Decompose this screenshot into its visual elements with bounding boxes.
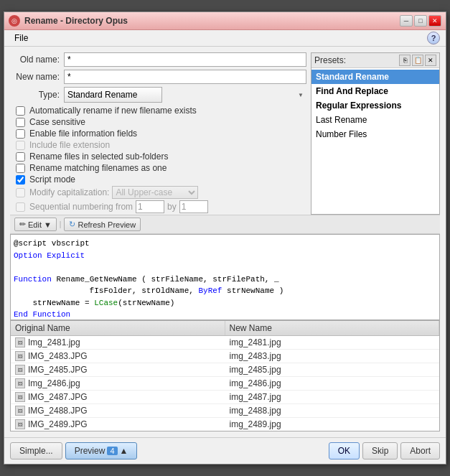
type-row: Type: Standard Rename Find And Replace R…: [10, 87, 306, 103]
maximize-button[interactable]: □: [414, 15, 427, 27]
code-line-5: fIsFolder, strOldName, ByRef strNewName …: [14, 285, 436, 297]
seq-num-checkbox[interactable]: [16, 202, 25, 212]
enable-fields-label: Enable file information fields: [29, 129, 137, 139]
new-name-input[interactable]: [64, 70, 306, 84]
refresh-label: Refresh Preview: [78, 220, 136, 229]
include-ext-label: Include file extension: [29, 140, 110, 150]
preview-badge: 4: [107, 447, 117, 455]
file-icon: 🖼: [15, 392, 25, 402]
seq-row: Sequential numbering from by: [10, 200, 306, 213]
rename-subfolders-checkbox[interactable]: [16, 152, 25, 162]
original-cell: 🖼IMG_2489.JPG: [11, 418, 225, 431]
presets-label: Presets:: [314, 55, 346, 65]
new-name-cell: img_2489.jpg: [225, 418, 440, 431]
modify-cap-label: Modify capitalization:: [29, 187, 109, 197]
new-name-header: New Name: [225, 321, 440, 335]
preset-paste-button[interactable]: 📋: [412, 55, 423, 66]
edit-label: Edit: [28, 220, 42, 229]
preview-button[interactable]: Preview 4 ▲: [65, 442, 138, 459]
table-row: 🖼IMG_2488.JPG img_2488.jpg: [11, 404, 439, 418]
bottom-left-buttons: Simple... Preview 4 ▲: [10, 442, 137, 459]
table-row: 🖼IMG_2483.JPG img_2483.jpg: [11, 350, 439, 363]
original-cell: 🖼Img_2486.jpg: [11, 377, 225, 390]
rename-matching-row: Rename matching filenames as one: [10, 163, 306, 173]
seq-start-input[interactable]: [136, 200, 164, 213]
preview-label: Preview: [75, 446, 106, 456]
include-ext-row: Include file extension: [10, 140, 306, 150]
case-sensitive-checkbox[interactable]: [16, 118, 25, 127]
new-name-cell: img_2486.jpg: [225, 377, 440, 390]
menu-bar: File ?: [4, 30, 446, 47]
minimize-button[interactable]: ─: [400, 15, 413, 27]
original-name-header: Original Name: [11, 321, 225, 335]
preview-arrow-icon: ▲: [120, 446, 128, 456]
table-row: 🖼Img_2481.jpg img_2481.jpg: [11, 336, 439, 350]
ok-button[interactable]: OK: [329, 442, 360, 459]
file-menu[interactable]: File: [10, 32, 32, 45]
enable-fields-checkbox[interactable]: [16, 129, 25, 139]
type-label: Type:: [10, 90, 64, 100]
type-select[interactable]: Standard Rename Find And Replace Regular…: [64, 87, 162, 103]
left-panel: Old name: New name: Type: Standard Renam…: [10, 52, 306, 215]
preset-copy-button[interactable]: ⎘: [399, 55, 411, 66]
new-name-cell: img_2485.jpg: [225, 363, 440, 376]
table-row: 🖼IMG_2489.JPG img_2489.jpg: [11, 418, 439, 431]
original-cell: 🖼Img_2481.jpg: [11, 336, 225, 349]
type-select-wrapper: Standard Rename Find And Replace Regular…: [64, 87, 306, 103]
code-editor[interactable]: @script vbscript Option Explicit Functio…: [10, 234, 440, 320]
simple-button[interactable]: Simple...: [10, 442, 62, 459]
file-icon: 🖼: [15, 419, 25, 429]
by-label: by: [167, 202, 177, 212]
script-mode-label: Script mode: [29, 174, 75, 185]
script-mode-checkbox[interactable]: [16, 175, 25, 185]
old-name-input[interactable]: [64, 52, 306, 67]
close-button[interactable]: ✕: [428, 15, 441, 27]
table-row: 🖼IMG_2485.JPG img_2485.jpg: [11, 363, 439, 377]
app-icon: ◎: [9, 15, 20, 27]
rename-matching-checkbox[interactable]: [16, 164, 25, 173]
edit-icon: ✏: [19, 220, 26, 229]
original-cell: 🖼IMG_2483.JPG: [11, 350, 225, 363]
original-cell: 🖼IMG_2488.JPG: [11, 404, 225, 417]
cap-row: Modify capitalization: All Upper-case Al…: [10, 186, 306, 199]
table-row: 🖼IMG_2487.JPG img_2487.jpg: [11, 391, 439, 404]
file-icon: 🖼: [15, 378, 25, 388]
presets-icon-buttons: ⎘ 📋 ✕: [399, 55, 436, 66]
preset-item-regex[interactable]: Regular Expressions: [311, 98, 439, 113]
preset-item-find-replace[interactable]: Find And Replace: [311, 84, 439, 98]
code-line-3: [14, 261, 436, 274]
file-icon: 🖼: [15, 351, 25, 361]
code-line-7: End Function: [14, 309, 436, 320]
new-name-cell: img_2483.jpg: [225, 350, 440, 363]
skip-button[interactable]: Skip: [362, 442, 398, 459]
bottom-bar: Simple... Preview 4 ▲ OK Skip Abort: [4, 437, 446, 464]
include-ext-checkbox[interactable]: [16, 141, 25, 150]
refresh-preview-button[interactable]: ↻ Refresh Preview: [64, 218, 141, 231]
rename-subfolders-row: Rename files in selected sub-folders: [10, 151, 306, 162]
window-controls: ─ □ ✕: [400, 15, 441, 27]
table-header: Original Name New Name: [11, 321, 439, 336]
new-name-cell: img_2487.jpg: [225, 391, 440, 403]
seq-by-input[interactable]: [179, 200, 208, 213]
abort-button[interactable]: Abort: [400, 442, 440, 459]
refresh-icon: ↻: [69, 220, 75, 229]
auto-rename-checkbox[interactable]: [16, 106, 25, 116]
preset-item-last-rename[interactable]: Last Rename: [311, 113, 439, 127]
table-row: 🖼Img_2486.jpg img_2486.jpg: [11, 377, 439, 391]
code-line-6: strNewName = LCase(strNewName): [14, 297, 436, 309]
old-name-row: Old name:: [10, 52, 306, 67]
new-name-cell: img_2481.jpg: [225, 336, 440, 349]
enable-fields-row: Enable file information fields: [10, 129, 306, 139]
title-bar: ◎ Rename - Directory Opus ─ □ ✕: [4, 12, 446, 30]
cap-select[interactable]: All Upper-case All Lower-case: [112, 186, 198, 199]
edit-button[interactable]: ✏ Edit ▼: [14, 218, 57, 231]
preset-item-standard-rename[interactable]: Standard Rename: [311, 70, 439, 84]
content-area: Old name: New name: Type: Standard Renam…: [4, 47, 446, 437]
preset-item-number-files[interactable]: Number Files: [311, 127, 439, 141]
help-button[interactable]: ?: [427, 32, 440, 45]
code-line-1: @script vbscript: [14, 238, 436, 250]
preset-delete-button[interactable]: ✕: [425, 55, 436, 66]
code-line-4: Function Rename_GetNewName ( strFileName…: [14, 274, 436, 286]
toolbar-divider: |: [60, 220, 62, 228]
modify-cap-checkbox[interactable]: [16, 188, 25, 197]
